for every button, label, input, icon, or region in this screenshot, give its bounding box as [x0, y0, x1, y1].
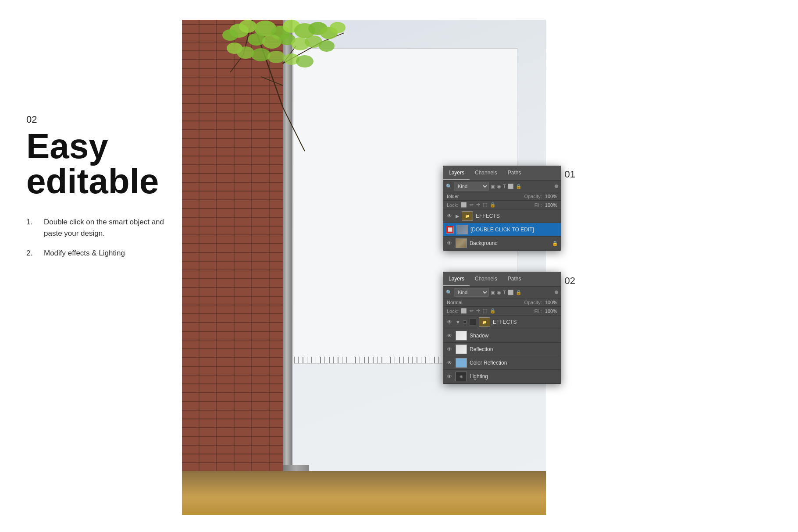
icon-type-1: T: [503, 184, 506, 189]
layer-reflection-2[interactable]: 👁 Reflection: [443, 343, 561, 356]
layer-lighting-2[interactable]: 👁 ◉ Lighting: [443, 370, 561, 383]
layer-name-shadow-2: Shadow: [470, 333, 558, 339]
icon-adjust-2: ◉: [497, 290, 501, 295]
layer-effects-1[interactable]: 👁 ▶ 📁 EFFECTS: [443, 209, 561, 223]
tab-paths-1[interactable]: Paths: [502, 166, 527, 180]
opacity-label-1: Opacity: 100%: [524, 194, 557, 199]
icon-smart-1: 🔒: [516, 184, 522, 189]
lock-label-1: Lock:: [447, 202, 458, 208]
lock-row-2: Lock: ⬜ ✏ ✛ ⬚ 🔒 Fill: 100%: [443, 307, 561, 316]
thumb-shadow-2: [456, 331, 467, 340]
search-icon-1: 🔍: [446, 184, 452, 189]
fill-label-1: Fill: 100%: [534, 202, 557, 208]
layer-color-reflection-2[interactable]: 👁 Color Reflection: [443, 356, 561, 370]
opacity-row-2: Normal Opacity: 100%: [443, 298, 561, 307]
eye-icon-lighting-2[interactable]: 👁: [446, 373, 453, 380]
thumb-lighting-2: ◉: [456, 372, 467, 381]
eye-icon-effects-1[interactable]: 👁: [446, 213, 453, 220]
fill-label-2: Fill: 100%: [534, 309, 557, 314]
mask-icon-2: [463, 320, 467, 324]
move-icon-2: ✛: [476, 308, 480, 314]
brush-icon-2: ✏: [470, 308, 474, 314]
tab-paths-2[interactable]: Paths: [502, 272, 527, 286]
opacity-label-2: Opacity: 100%: [524, 300, 557, 305]
kind-select-1[interactable]: Kind: [454, 182, 489, 191]
layer-name-lighting-2: Lighting: [470, 373, 558, 379]
lock-row-1: Lock: ⬜ ✏ ✛ ⬚ 🔒 Fill: 100%: [443, 201, 561, 209]
panel-number-1: 01: [565, 169, 575, 180]
lock2-icon-2: 🔒: [490, 308, 496, 314]
instructions-list: 1. Double click on the smart object and …: [26, 216, 175, 259]
arrow-down-icon-2: ▼: [456, 319, 460, 325]
ground-area: [182, 471, 546, 515]
svg-point-30: [296, 55, 314, 67]
panel-2-header: Layers Channels Paths: [443, 272, 561, 287]
eye-icon-bg-1[interactable]: 👁: [446, 240, 453, 247]
eye-icon-shadow-2[interactable]: 👁: [446, 332, 453, 339]
svg-point-24: [319, 40, 335, 52]
thumb-color-reflection-2: [456, 358, 467, 368]
svg-point-26: [237, 46, 254, 59]
thumb-double-click-1: [456, 225, 468, 234]
arrow-icon-1: ▶: [456, 213, 459, 219]
icon-adjust-1: ◉: [497, 184, 501, 189]
artboard-icon-2: ⬚: [483, 308, 487, 314]
lock-label-2: Lock:: [447, 309, 458, 314]
lock-icon-bg-1: 🔒: [552, 241, 558, 246]
tab-layers-2[interactable]: Layers: [443, 272, 470, 286]
step-number: 02: [26, 114, 175, 125]
layer-double-click-1[interactable]: ⬜ [DOUBLE CLICK TO EDIT]: [443, 223, 561, 237]
instruction-item-2: 2. Modify effects & Lighting: [26, 248, 175, 259]
tree-leaves: [217, 20, 349, 160]
blend-mode-label-1: folder: [447, 194, 459, 199]
panel-1-header: Layers Channels Paths: [443, 166, 561, 181]
kind-row-2: 🔍 Kind ▣ ◉ T ⬜ 🔒: [443, 287, 561, 298]
layer-name-color-reflection-2: Color Reflection: [470, 360, 558, 366]
kind-row-1: 🔍 Kind ▣ ◉ T ⬜ 🔒: [443, 181, 561, 192]
panel-number-2: 02: [565, 275, 575, 287]
layer-name-reflection-2: Reflection: [470, 346, 558, 352]
svg-point-27: [251, 48, 271, 61]
icon-shape-2: ⬜: [508, 290, 514, 295]
left-panel: 02 Easy editable 1. Double click on the …: [26, 114, 175, 268]
lock-icon-2: ⬜: [461, 308, 467, 314]
tab-channels-1[interactable]: Channels: [470, 166, 502, 180]
thumb-reflection-2: [456, 344, 467, 354]
kind-select-2[interactable]: Kind: [454, 288, 489, 297]
main-title: Easy editable: [26, 129, 175, 199]
svg-line-1: [283, 107, 305, 151]
eye-icon-color-reflection-2[interactable]: 👁: [446, 359, 453, 366]
svg-point-18: [330, 22, 346, 33]
dot-icon-2: [555, 291, 558, 294]
lock2-icon-1: 🔒: [490, 202, 496, 208]
thumb-bg-1: [456, 238, 467, 248]
svg-point-28: [267, 51, 285, 63]
eye-icon-effects-2[interactable]: 👁: [446, 319, 453, 326]
lock-icon-1: ⬜: [461, 202, 467, 208]
svg-point-19: [248, 33, 265, 46]
tab-layers-1[interactable]: Layers: [443, 166, 470, 180]
svg-line-7: [261, 77, 283, 85]
svg-point-11: [239, 20, 256, 33]
dot-icon-1: [555, 184, 558, 188]
opacity-row-1: folder Opacity: 100%: [443, 192, 561, 201]
layer-name-bg-1: Background: [470, 240, 549, 246]
brush-icon-1: ✏: [470, 202, 474, 208]
eye-icon-reflection-2[interactable]: 👁: [446, 346, 453, 353]
layer-shadow-2[interactable]: 👁 Shadow: [443, 329, 561, 343]
layer-name-effects-1: EFFECTS: [476, 213, 558, 219]
icon-pixel-1: ▣: [491, 184, 495, 189]
blend-mode-label-2: Normal: [447, 300, 462, 305]
svg-point-10: [222, 29, 238, 41]
layer-background-1[interactable]: 👁 Background 🔒: [443, 237, 561, 250]
artboard-icon-1: ⬚: [483, 202, 487, 208]
svg-point-20: [262, 35, 281, 49]
icon-pixel-2: ▣: [491, 290, 495, 295]
icon-shape-1: ⬜: [508, 184, 514, 189]
black-square-2: [469, 319, 476, 326]
main-image: [182, 20, 546, 515]
layer-name-double-click-1: [DOUBLE CLICK TO EDIT]: [470, 227, 558, 233]
layer-effects-2[interactable]: 👁 ▼ 📁 EFFECTS: [443, 316, 561, 329]
ps-panel-1: Layers Channels Paths 🔍 Kind ▣ ◉ T ⬜ 🔒 f…: [443, 166, 561, 251]
tab-channels-2[interactable]: Channels: [470, 272, 502, 286]
